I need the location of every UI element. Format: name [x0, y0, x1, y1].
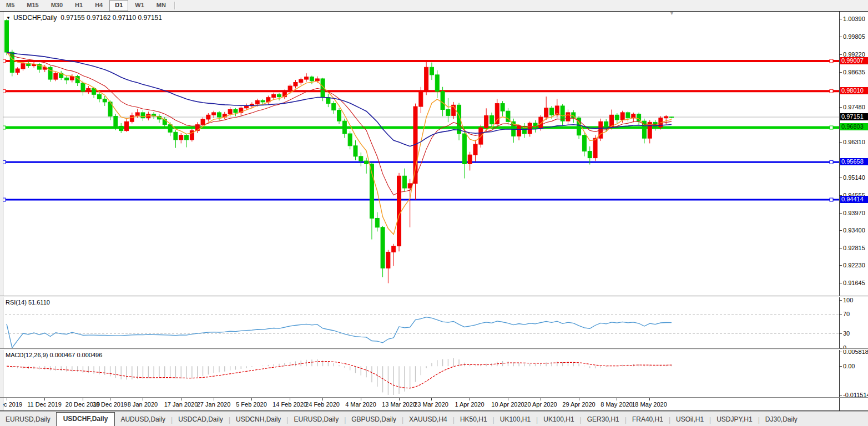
date-tick: [181, 398, 181, 400]
candle-body: [97, 94, 101, 99]
chart-tab-usdcad-daily[interactable]: USDCAD,Daily: [173, 413, 229, 426]
candle-body: [670, 117, 674, 118]
macd-label: MACD(12,26,9) 0.000467 0.000496: [6, 352, 102, 358]
timeframe-m5[interactable]: M5: [1, 0, 20, 11]
axis-tick-dash: [840, 230, 842, 231]
price-tick-label: 0.92815: [843, 245, 865, 251]
candle-body: [664, 116, 668, 118]
chart-tab-usdchf-daily[interactable]: USDCHF,Daily: [56, 412, 115, 426]
candle-body: [441, 92, 445, 110]
axis-tick-dash: [840, 248, 842, 248]
price-tick-label: 0.96310: [843, 139, 865, 145]
candle-body: [234, 109, 238, 112]
price-tick-label: 0.93400: [843, 227, 865, 234]
chart-tab-usoil-h1[interactable]: USOil,H1: [670, 413, 709, 426]
candle-body: [294, 82, 297, 86]
date-tick: [143, 398, 143, 400]
candle-body: [468, 155, 472, 164]
candle-body: [489, 115, 493, 124]
price-tick-label: 0.97480: [843, 104, 865, 110]
candle-body: [593, 138, 597, 158]
chart-tab-bar: EURUSD,DailyUSDCHF,DailyAUDUSD,Daily|USD…: [0, 411, 868, 426]
pane-divider[interactable]: [0, 296, 868, 297]
date-tick: [579, 398, 579, 400]
candle-body: [402, 176, 406, 188]
candle-body: [582, 135, 586, 151]
timeframe-m30[interactable]: M30: [46, 0, 68, 11]
timeframe-mn[interactable]: MN: [151, 0, 171, 11]
candle-body: [337, 110, 341, 121]
candles: [5, 19, 674, 283]
pane-divider[interactable]: [0, 348, 868, 350]
hline-price-badge: 0.98010: [840, 87, 868, 94]
axis-tick-dash: [840, 352, 842, 352]
chart-tab-ger30-h1[interactable]: GER30,H1: [582, 413, 625, 426]
timeframe-w1[interactable]: W1: [129, 0, 150, 11]
price-tick-label: 1.00390: [843, 16, 865, 22]
date-tick: [431, 398, 432, 400]
date-axis[interactable]: 2 Dec 201911 Dec 201920 Dec 201930 Dec 2…: [0, 398, 839, 410]
hline-price-badge: 0.96803: [840, 123, 868, 130]
candle-body: [473, 144, 477, 155]
chart-title-symbol: USDCHF,Daily: [13, 14, 57, 22]
macd-tick-label: 0.00: [843, 363, 855, 369]
candle-body: [21, 64, 25, 69]
symbol-dropdown-icon[interactable]: ▼: [6, 16, 11, 21]
chart-tab-audusd-daily[interactable]: AUDUSD,Daily: [115, 413, 171, 426]
timeframe-h1[interactable]: H1: [69, 0, 88, 11]
chart-tab-gbpusd-daily[interactable]: GBPUSD,Daily: [346, 413, 402, 426]
candle-body: [163, 119, 166, 125]
date-tick: [649, 398, 650, 400]
candle-body: [299, 79, 303, 82]
hline-price-badge: 0.94414: [840, 196, 868, 203]
candle-body: [228, 109, 232, 114]
chart-tab-eurusd-daily[interactable]: EURUSD,Daily: [0, 413, 56, 426]
chart-tab-eurusd-daily[interactable]: EURUSD,Daily: [288, 413, 344, 426]
rsi-canvas[interactable]: [0, 297, 839, 348]
candle-body: [288, 86, 292, 92]
candle-body: [550, 108, 554, 115]
chart-tab-usdjpy-h1[interactable]: USDJPY,H1: [711, 413, 758, 426]
candle-body: [430, 67, 433, 75]
chart-tab-xauusd-h4[interactable]: XAUUSD,H4: [403, 413, 453, 426]
candle-body: [566, 113, 570, 121]
chart-tab-dj30-daily[interactable]: DJ30,Daily: [760, 413, 803, 426]
date-tick: [322, 398, 323, 400]
candle-body: [386, 252, 390, 268]
candle-body: [544, 108, 548, 117]
hline-price-badge: 0.99007: [840, 57, 868, 64]
timeframe-h4[interactable]: H4: [89, 0, 108, 11]
candle-body: [103, 99, 107, 102]
axis-tick-dash: [840, 333, 842, 334]
main-chart-canvas[interactable]: [0, 12, 839, 296]
chart-shift-icon[interactable]: ▼: [669, 11, 674, 16]
rsi-line: [7, 317, 672, 348]
window-left-border: [3, 12, 3, 411]
candle-body: [245, 106, 249, 108]
axis-tick-dash: [840, 72, 842, 73]
chart-tab-uk100-h1[interactable]: UK100,H1: [494, 413, 536, 426]
date-tick-label: 11 Dec 2019: [22, 401, 67, 408]
chart-tab-hk50-h1[interactable]: HK50,H1: [455, 413, 493, 426]
chart-tab-fra40-h1[interactable]: FRA40,H1: [627, 413, 669, 426]
chart-title-ohlc: 0.97155 0.97162 0.97110 0.97151: [60, 14, 162, 22]
candle-body: [435, 75, 439, 92]
candle-body: [130, 115, 134, 121]
chart-tab-usdcnh-daily[interactable]: USDCNH,Daily: [230, 413, 286, 426]
chart-tab-uk100-h1[interactable]: UK100,H1: [538, 413, 579, 426]
candle-body: [342, 121, 346, 134]
macd-canvas[interactable]: [0, 350, 839, 397]
timeframe-m15[interactable]: M15: [21, 0, 44, 11]
date-tick: [83, 398, 83, 400]
candle-body: [217, 113, 221, 117]
axis-tick-dash: [840, 54, 842, 55]
toolbar-separator: [174, 2, 175, 9]
date-tick: [361, 398, 361, 400]
candle-body: [588, 151, 592, 158]
price-axis[interactable]: 1.003900.998050.992200.986350.974800.963…: [840, 12, 868, 398]
timeframe-toolbar: M5M15M30H1H4D1W1MN: [0, 0, 868, 12]
candle-body: [332, 104, 336, 110]
timeframe-d1[interactable]: D1: [109, 0, 128, 11]
price-tick-label: 0.99805: [843, 33, 865, 40]
price-tick-label: 0.92230: [843, 262, 865, 268]
